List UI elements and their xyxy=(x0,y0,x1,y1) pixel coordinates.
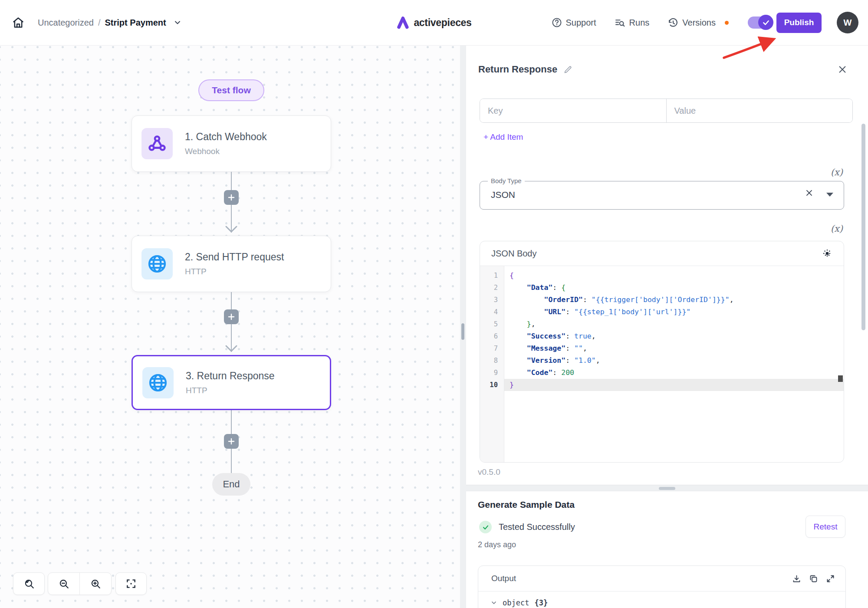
step-card-catch-webhook[interactable]: 1. Catch Webhook Webhook xyxy=(132,115,331,172)
panel-resize-divider xyxy=(460,46,466,608)
step-title: 3. Return Response xyxy=(186,370,275,382)
support-button[interactable]: Support xyxy=(552,17,596,28)
flow-end-marker: End xyxy=(212,473,250,496)
clear-selection-icon[interactable] xyxy=(805,189,813,197)
brand-name: activepieces xyxy=(414,17,471,29)
copy-icon[interactable] xyxy=(809,574,818,583)
edit-pencil-icon[interactable] xyxy=(563,65,572,74)
body-type-legend: Body Type xyxy=(488,177,525,184)
code-line: }, xyxy=(504,318,844,330)
flow-name[interactable]: Stript Payment xyxy=(105,18,166,28)
flow-enabled-toggle[interactable] xyxy=(748,16,772,29)
check-icon xyxy=(762,19,770,26)
fit-view-button[interactable] xyxy=(116,573,146,595)
fit-view-icon xyxy=(125,578,137,589)
step-title: 1. Catch Webhook xyxy=(185,131,267,143)
output-card: Output object {3} xyxy=(478,565,846,608)
body-type-select[interactable]: Body Type JSON xyxy=(480,181,844,210)
code-line: } xyxy=(504,379,844,391)
home-icon xyxy=(12,16,24,29)
breadcrumb-folder[interactable]: Uncategorized xyxy=(38,18,94,28)
zoom-out-button[interactable] xyxy=(48,573,79,595)
line-number: 6 xyxy=(480,330,504,342)
zoom-in-icon xyxy=(90,578,101,589)
step-text: 1. Catch Webhook Webhook xyxy=(185,131,267,156)
step-subtitle: HTTP xyxy=(186,386,275,395)
zoom-reset-button[interactable] xyxy=(13,573,44,595)
plus-icon xyxy=(227,313,235,321)
publish-button[interactable]: Publish xyxy=(776,13,822,33)
section-resize-handle[interactable] xyxy=(659,487,675,490)
value-input[interactable] xyxy=(667,99,853,122)
panel-title-row: Return Response xyxy=(478,64,572,75)
key-input[interactable] xyxy=(480,99,666,122)
code-editor-area[interactable]: 12345678910 { "Data": { "OrderID": "{{tr… xyxy=(480,266,844,463)
code-line: { xyxy=(504,269,844,282)
history-icon xyxy=(667,17,678,28)
plus-icon xyxy=(227,437,235,445)
close-panel-button[interactable] xyxy=(838,65,847,74)
test-flow-button[interactable]: Test flow xyxy=(198,79,264,101)
zoom-reset-icon xyxy=(23,578,35,589)
add-step-button-2[interactable] xyxy=(224,309,239,324)
headers-key-value-row xyxy=(480,99,853,123)
versions-button[interactable]: Versions xyxy=(667,17,729,28)
code-line: "Version": "1.0", xyxy=(504,355,844,367)
breadcrumb-separator: / xyxy=(98,18,101,28)
line-number: 3 xyxy=(480,294,504,306)
add-step-button-3[interactable] xyxy=(224,434,239,449)
globe-icon xyxy=(142,367,174,398)
code-content: { "Data": { "OrderID": "{{trigger['body'… xyxy=(504,266,844,463)
avatar[interactable]: W xyxy=(837,12,858,33)
dynamic-value-toggle-icon[interactable]: (x) xyxy=(831,167,843,177)
dynamic-value-toggle-icon[interactable]: (x) xyxy=(831,223,843,234)
dropdown-caret-icon[interactable] xyxy=(826,193,833,197)
runs-button[interactable]: Runs xyxy=(615,17,650,28)
add-item-button[interactable]: + Add Item xyxy=(483,132,523,142)
home-button[interactable] xyxy=(11,15,26,30)
body-type-value: JSON xyxy=(491,190,515,200)
line-number: 8 xyxy=(480,355,504,367)
edge-arrowhead-icon xyxy=(225,345,237,352)
close-icon xyxy=(838,65,847,74)
output-tree-node[interactable]: object {3} xyxy=(478,592,845,607)
canvas-controls-fit xyxy=(115,572,147,595)
step-settings-panel: Return Response + Add Item (x) Body Type… xyxy=(466,46,868,608)
plus-icon xyxy=(227,194,235,201)
step-title: 2. Send HTTP request xyxy=(185,251,284,263)
add-step-button-1[interactable] xyxy=(224,190,239,205)
support-label: Support xyxy=(566,18,596,28)
download-icon[interactable] xyxy=(792,574,801,583)
line-number-gutter: 12345678910 xyxy=(480,266,504,463)
sparkle-icon[interactable] xyxy=(822,248,832,259)
node-count: {3} xyxy=(534,598,548,607)
line-number: 10 xyxy=(480,379,504,391)
chevron-down-icon[interactable] xyxy=(173,18,182,27)
panel-resize-handle[interactable] xyxy=(461,323,464,340)
list-search-icon xyxy=(615,17,625,28)
breadcrumb: Uncategorized / Stript Payment xyxy=(38,18,182,28)
webhook-icon xyxy=(141,128,173,159)
edge-arrowhead-icon xyxy=(225,226,237,233)
globe-icon xyxy=(141,248,173,279)
test-status-label: Tested Successfully xyxy=(499,522,575,532)
code-line: "OrderID": "{{trigger['body']['OrderID']… xyxy=(504,294,844,306)
canvas-controls-reset xyxy=(13,572,45,595)
line-number: 4 xyxy=(480,306,504,318)
flow-canvas: Test flow 1. Catch Webhook Webhook 2. Se… xyxy=(0,46,460,608)
step-subtitle: Webhook xyxy=(185,147,267,156)
test-status-row: Tested Successfully xyxy=(479,521,575,533)
zoom-in-button[interactable] xyxy=(80,573,111,595)
topbar-left: Uncategorized / Stript Payment xyxy=(11,0,182,45)
step-card-return-response[interactable]: 3. Return Response HTTP xyxy=(132,355,331,410)
activepieces-logo-icon xyxy=(396,16,409,29)
code-scrollbar-thumb[interactable] xyxy=(838,375,843,382)
step-subtitle: HTTP xyxy=(185,267,284,276)
retest-button[interactable]: Retest xyxy=(806,516,845,538)
flow-builder-screen: Uncategorized / Stript Payment activepie… xyxy=(0,0,868,608)
code-line: "Message": "", xyxy=(504,342,844,355)
step-card-send-http[interactable]: 2. Send HTTP request HTTP xyxy=(132,236,331,292)
zoom-out-icon xyxy=(58,578,69,589)
expand-icon[interactable] xyxy=(826,574,835,583)
panel-scrollbar-thumb[interactable] xyxy=(861,124,865,330)
